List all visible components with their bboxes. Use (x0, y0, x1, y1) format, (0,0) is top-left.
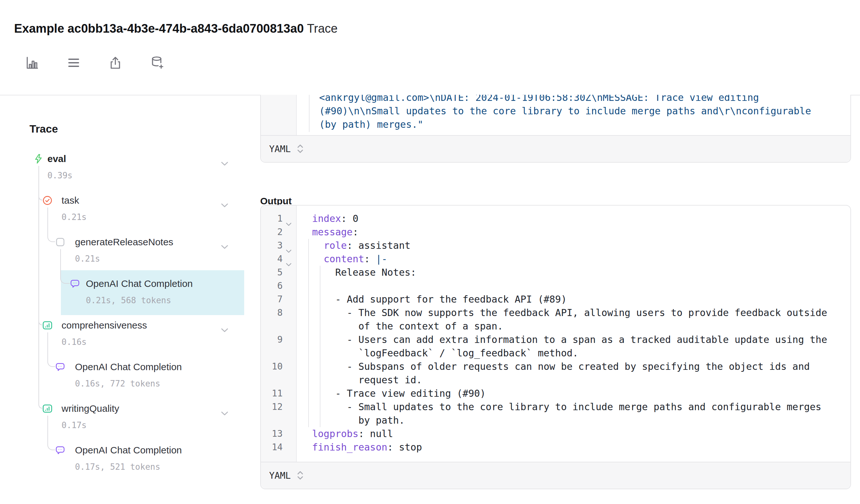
yaml-text: : (364, 253, 376, 265)
yaml-text: by path. (312, 415, 405, 426)
line-number: 2 (261, 225, 283, 239)
code-line-text: `logFeedback` / `log_feedback` method. (297, 346, 850, 360)
gutter-cell: 13 (261, 427, 297, 441)
check-circle-span-icon (42, 195, 53, 206)
input-code-block: <ankrgyl@gmail.com>\nDATE: 2024-01-19T06… (260, 95, 851, 163)
tree-connector-line (39, 166, 42, 201)
line-number: 5 (261, 266, 283, 279)
tree-span-label[interactable]: OpenAI Chat Completion (86, 277, 193, 290)
input-code-lines: <ankrgyl@gmail.com>\nDATE: 2024-01-19T06… (319, 95, 811, 131)
input-code-line: (#90)\n\nSmall updates to the core libra… (319, 104, 811, 118)
input-code-scroll-area[interactable]: <ankrgyl@gmail.com>\nDATE: 2024-01-19T06… (261, 95, 850, 135)
updown-chevron-icon (297, 471, 303, 480)
gutter-cell (261, 346, 297, 360)
tree-span-label[interactable]: OpenAI Chat Completion (75, 444, 182, 457)
code-row: 3 role: assistant (261, 239, 850, 252)
chat-bubble-icon (55, 362, 66, 372)
tree-span-duration: 0.16s, 772 tokens (75, 378, 160, 389)
tree-span-duration: 0.21s, 568 tokens (86, 295, 171, 306)
gutter-cell: 4 (261, 252, 297, 266)
trace-span-tree: eval0.39stask0.21sgenerateReleaseNotes0.… (0, 0, 256, 504)
score-chart-icon (42, 403, 53, 414)
tree-span-label[interactable]: OpenAI Chat Completion (75, 360, 182, 373)
gutter-cell: 6 (261, 279, 297, 293)
code-row: 1index: 0 (261, 212, 850, 225)
line-number: 3 (261, 239, 283, 252)
input-code-line: (by path) merges." (319, 118, 811, 131)
span-collapse-chevron[interactable] (221, 198, 228, 203)
format-selector-input[interactable]: YAML (261, 135, 850, 162)
code-row: of the context of a span. (261, 320, 850, 333)
tree-connector-line (39, 166, 42, 325)
tree-span-duration: 0.16s (61, 336, 87, 348)
code-line-text: - Subspans of older requests can now be … (297, 360, 850, 373)
format-selector-output[interactable]: YAML (261, 462, 850, 489)
tree-connector-line (47, 332, 55, 367)
yaml-key: index (312, 213, 341, 224)
code-row: 12 - Small updates to the core library t… (261, 400, 850, 414)
yaml-key: role (324, 240, 347, 251)
chat-bubble-icon (55, 445, 66, 455)
score-chart-icon (42, 320, 53, 330)
code-line-text: logprobs: null (297, 427, 850, 441)
yaml-text: - Add support for the feedback API (#89) (312, 294, 567, 305)
chevron-down-icon (221, 162, 228, 166)
tree-connector-line (39, 166, 42, 409)
tree-span-label[interactable]: eval (47, 152, 66, 165)
yaml-text: : 0 (341, 213, 358, 224)
yaml-text: - Small updates to the core library to i… (312, 401, 821, 412)
format-selector-label: YAML (269, 144, 291, 154)
page-title-suffix (304, 22, 307, 35)
gutter-cell (261, 414, 297, 427)
code-line-text: request id. (297, 373, 850, 387)
trace-title-suffix: Trace (307, 22, 338, 35)
span-collapse-chevron[interactable] (221, 323, 228, 328)
code-line-text: by path. (297, 414, 850, 427)
tree-span-label[interactable]: generateReleaseNotes (75, 236, 173, 249)
code-line-text: finish_reason: stop (297, 441, 850, 454)
lightning-icon (33, 154, 44, 164)
span-collapse-chevron[interactable] (221, 240, 228, 244)
selected-span-highlight (61, 270, 244, 315)
yaml-text (312, 240, 324, 251)
code-line-text (297, 279, 850, 293)
yaml-string: |- (376, 253, 387, 265)
chevron-down-icon (221, 412, 228, 416)
tree-span-duration: 0.21s (61, 211, 87, 223)
line-number: 7 (261, 293, 283, 306)
line-number: 6 (261, 279, 283, 293)
gutter-cell: 12 (261, 400, 297, 414)
code-row: 13logprobs: null (261, 427, 850, 441)
score-chart-span-icon (42, 320, 53, 330)
code-row: 5 Release Notes: (261, 266, 850, 279)
yaml-key: message (312, 226, 353, 238)
line-number: 10 (261, 360, 283, 373)
yaml-text: : null (359, 428, 393, 439)
square-icon (55, 237, 66, 247)
gutter-cell: 5 (261, 266, 297, 279)
code-line-text: index: 0 (297, 212, 850, 225)
span-collapse-chevron[interactable] (221, 157, 228, 161)
gutter-cell: 1 (261, 212, 297, 225)
tree-span-label[interactable]: comprehensiveness (61, 319, 147, 332)
chat-bubble-span-icon (70, 279, 80, 289)
line-number-gutter (261, 95, 297, 135)
format-selector-label: YAML (269, 470, 291, 481)
code-row: 14finish_reason: stop (261, 441, 850, 454)
code-line-text: of the context of a span. (297, 320, 850, 333)
gutter-cell: 7 (261, 293, 297, 306)
gutter-cell: 14 (261, 441, 297, 454)
input-code-line: <ankrgyl@gmail.com>\nDATE: 2024-01-19T06… (319, 95, 811, 104)
yaml-text: : (353, 226, 358, 238)
yaml-text: : assistant (347, 240, 411, 251)
span-collapse-chevron[interactable] (221, 407, 228, 411)
chevron-down-icon (221, 203, 228, 208)
output-code-body: 1index: 02message:3 role: assistant4 con… (261, 206, 850, 462)
tree-span-label[interactable]: task (61, 194, 79, 207)
gutter-cell: 3 (261, 239, 297, 252)
line-number: 1 (261, 212, 283, 225)
line-number: 12 (261, 400, 283, 414)
code-row: 11 - Trace view editing (#90) (261, 387, 850, 400)
gutter-cell: 10 (261, 360, 297, 373)
tree-span-label[interactable]: writingQuality (61, 402, 119, 415)
